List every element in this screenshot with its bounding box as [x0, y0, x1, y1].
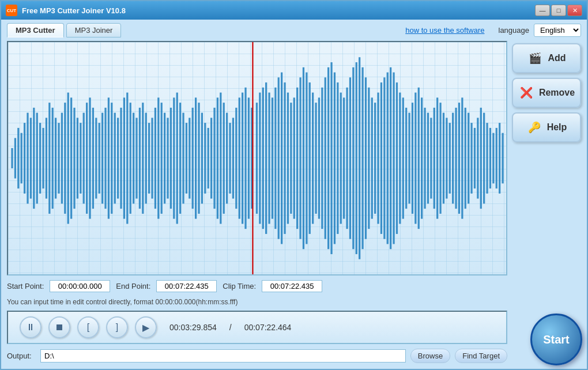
svg-rect-45	[151, 118, 153, 198]
svg-rect-29	[101, 113, 103, 204]
remove-button[interactable]: ❌ Remove	[512, 78, 581, 108]
current-time: 00:03:29.854	[169, 323, 217, 332]
svg-rect-126	[405, 108, 407, 209]
minimize-button[interactable]: —	[535, 5, 550, 16]
tab-mp3-cutter[interactable]: MP3 Cutter	[7, 23, 64, 37]
svg-rect-128	[412, 103, 413, 214]
app-icon: CUT	[6, 5, 17, 16]
svg-rect-53	[176, 93, 178, 224]
start-button[interactable]: Start	[530, 314, 582, 365]
svg-rect-146	[468, 113, 469, 204]
help-button[interactable]: 🔑 Help	[512, 112, 581, 142]
start-point-input[interactable]	[50, 280, 110, 292]
svg-rect-25	[89, 97, 91, 218]
svg-rect-34	[117, 118, 119, 198]
svg-rect-69	[226, 113, 228, 204]
svg-rect-95	[309, 82, 311, 234]
bottom-left: ⏸ ⏹ [ ] ▶ 00:03:29.854 / 00:07:22.464 Ou…	[7, 311, 507, 365]
browse-button[interactable]: Browse	[410, 349, 450, 363]
svg-rect-40	[135, 118, 137, 198]
end-point-input[interactable]	[156, 280, 217, 292]
svg-rect-122	[393, 73, 394, 244]
find-target-button[interactable]: Find Target	[455, 349, 507, 363]
pause-button[interactable]: ⏸	[20, 316, 42, 338]
svg-rect-123	[396, 82, 398, 234]
svg-rect-130	[418, 88, 420, 229]
svg-rect-66	[217, 97, 218, 218]
svg-rect-131	[421, 97, 423, 218]
waveform-panel[interactable]	[7, 41, 507, 275]
play-button[interactable]: ▶	[135, 316, 157, 338]
svg-rect-75	[244, 88, 246, 229]
svg-rect-31	[108, 97, 110, 218]
svg-rect-107	[346, 88, 348, 229]
svg-rect-13	[52, 108, 54, 209]
svg-rect-19	[70, 97, 72, 218]
svg-rect-88	[287, 93, 289, 224]
svg-rect-8	[36, 113, 38, 204]
svg-rect-82	[268, 93, 270, 224]
help-link[interactable]: how to use the software	[405, 26, 484, 35]
window-title: Free MP3 Cutter Joiner V10.8	[22, 6, 126, 15]
mark-in-button[interactable]: [	[77, 316, 99, 338]
svg-rect-125	[402, 97, 404, 218]
time-separator: /	[229, 323, 232, 332]
svg-rect-133	[427, 113, 429, 204]
svg-rect-92	[299, 77, 301, 239]
svg-rect-1	[14, 138, 16, 178]
svg-rect-138	[443, 113, 444, 204]
svg-rect-109	[352, 67, 354, 249]
maximize-button[interactable]: □	[551, 5, 566, 16]
svg-rect-48	[161, 103, 163, 214]
svg-rect-129	[414, 93, 416, 224]
svg-rect-91	[296, 88, 298, 229]
svg-rect-2	[17, 128, 19, 188]
svg-rect-5	[27, 113, 28, 204]
main-window: CUT Free MP3 Cutter Joiner V10.8 — □ ✕ M…	[0, 0, 588, 370]
svg-rect-22	[80, 123, 81, 194]
waveform-svg	[8, 42, 506, 274]
svg-rect-152	[486, 123, 488, 194]
svg-rect-116	[374, 103, 376, 214]
svg-rect-156	[499, 123, 500, 194]
svg-rect-6	[30, 118, 32, 198]
svg-rect-62	[204, 123, 206, 194]
add-button[interactable]: 🎬 Add	[512, 43, 581, 73]
svg-rect-65	[213, 108, 215, 209]
svg-rect-97	[315, 103, 316, 214]
title-bar-left: CUT Free MP3 Cutter Joiner V10.8	[6, 5, 126, 16]
svg-rect-57	[189, 118, 190, 198]
svg-rect-9	[39, 123, 41, 194]
svg-rect-33	[114, 113, 116, 204]
output-label: Output:	[7, 352, 36, 360]
language-label: language	[499, 26, 530, 35]
svg-rect-55	[182, 113, 184, 204]
svg-rect-134	[430, 118, 432, 198]
clip-time-input[interactable]	[262, 280, 322, 292]
svg-rect-149	[477, 118, 478, 198]
svg-rect-52	[173, 97, 175, 218]
svg-rect-127	[408, 113, 410, 204]
svg-rect-80	[262, 88, 264, 229]
svg-rect-142	[455, 108, 457, 209]
close-button[interactable]: ✕	[567, 5, 582, 16]
svg-rect-68	[223, 103, 225, 214]
help-icon: 🔑	[526, 119, 542, 135]
svg-rect-72	[235, 108, 237, 209]
language-select[interactable]: English Chinese Spanish French German	[534, 24, 581, 37]
stop-button[interactable]: ⏹	[48, 316, 70, 338]
svg-rect-32	[111, 103, 112, 214]
mark-out-button[interactable]: ]	[106, 316, 128, 338]
output-path-input[interactable]	[40, 349, 406, 363]
svg-rect-117	[377, 93, 379, 224]
svg-rect-85	[278, 77, 280, 239]
svg-rect-104	[337, 82, 338, 234]
tab-mp3-joiner[interactable]: MP3 Joiner	[66, 23, 122, 37]
svg-rect-108	[349, 77, 351, 239]
svg-rect-54	[179, 103, 181, 214]
svg-rect-79	[259, 93, 261, 224]
svg-rect-3	[21, 133, 22, 184]
svg-rect-38	[130, 103, 131, 214]
svg-rect-119	[383, 77, 385, 239]
svg-rect-110	[356, 62, 357, 254]
